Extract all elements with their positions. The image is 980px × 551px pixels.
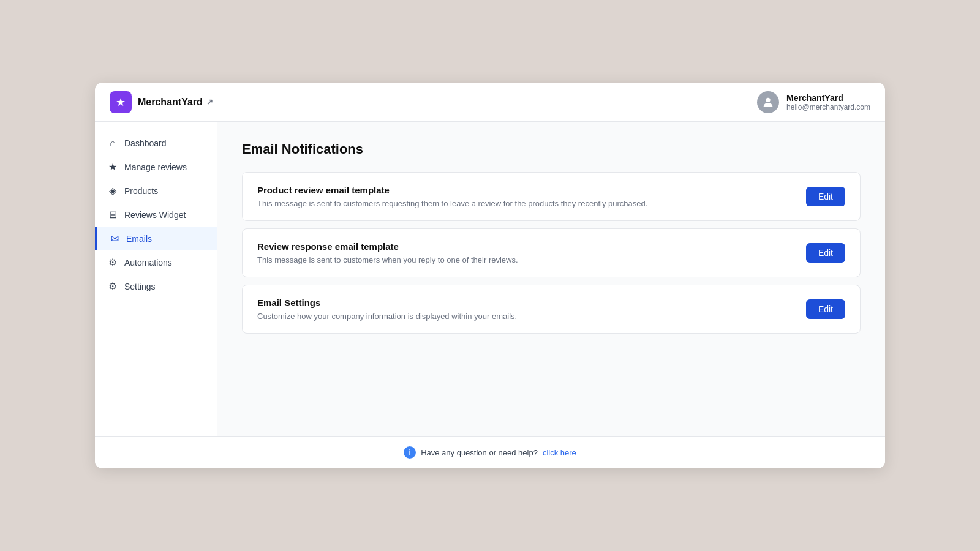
emails-icon: ✉ (109, 233, 120, 244)
sidebar-item-label-dashboard: Dashboard (124, 138, 167, 148)
sidebar-item-settings[interactable]: ⚙Settings (95, 274, 217, 298)
automations-icon: ⚙ (107, 257, 118, 268)
sidebar-item-label-automations: Automations (124, 258, 172, 268)
card-content-product-review-template: Product review email templateThis messag… (257, 185, 647, 208)
products-icon: ◈ (107, 185, 118, 197)
logo-icon: ★ (110, 91, 132, 113)
dashboard-icon: ⌂ (107, 138, 118, 149)
sidebar-item-products[interactable]: ◈Products (95, 179, 217, 203)
card-email-settings: Email SettingsCustomize how your company… (242, 285, 861, 334)
header-right: MerchantYard hello@merchantyard.com (757, 91, 870, 113)
card-title-review-response-template: Review response email template (257, 241, 518, 252)
settings-icon: ⚙ (107, 280, 118, 292)
sidebar-item-reviews-widget[interactable]: ⊟Reviews Widget (95, 203, 217, 227)
sidebar-item-emails[interactable]: ✉Emails (95, 227, 217, 250)
help-link[interactable]: click here (543, 448, 576, 457)
header: ★ MerchantYard ↗ MerchantYard hello@merc… (95, 83, 885, 122)
info-icon: i (404, 446, 416, 459)
card-desc-email-settings: Customize how your company information i… (257, 312, 517, 321)
sidebar-item-dashboard[interactable]: ⌂Dashboard (95, 132, 217, 155)
edit-button-review-response-template[interactable]: Edit (806, 243, 845, 263)
card-content-review-response-template: Review response email templateThis messa… (257, 241, 518, 264)
card-title-product-review-template: Product review email template (257, 185, 647, 195)
reviews-widget-icon: ⊟ (107, 209, 118, 220)
external-link-icon[interactable]: ↗ (206, 97, 213, 107)
card-title-email-settings: Email Settings (257, 298, 517, 308)
sidebar-item-label-settings: Settings (124, 282, 156, 291)
header-left: ★ MerchantYard ↗ (110, 91, 213, 113)
user-email: hello@merchantyard.com (786, 103, 870, 111)
page-title: Email Notifications (242, 141, 861, 157)
sidebar-item-label-products: Products (124, 186, 158, 196)
help-text: Have any question or need help? (421, 448, 538, 457)
body: ⌂Dashboard★Manage reviews◈Products⊟Revie… (95, 122, 885, 436)
sidebar-item-label-manage-reviews: Manage reviews (124, 162, 187, 172)
edit-button-product-review-template[interactable]: Edit (806, 187, 845, 206)
card-desc-product-review-template: This message is sent to customers reques… (257, 199, 647, 208)
sidebar-item-label-emails: Emails (126, 234, 152, 244)
card-product-review-template: Product review email templateThis messag… (242, 172, 861, 221)
footer-help: i Have any question or need help? click … (95, 436, 885, 468)
app-title: MerchantYard ↗ (138, 97, 213, 108)
card-content-email-settings: Email SettingsCustomize how your company… (257, 298, 517, 321)
app-window: ★ MerchantYard ↗ MerchantYard hello@merc… (95, 83, 885, 468)
sidebar-item-automations[interactable]: ⚙Automations (95, 250, 217, 274)
edit-button-email-settings[interactable]: Edit (806, 299, 845, 319)
card-desc-review-response-template: This message is sent to customers when y… (257, 255, 518, 264)
card-review-response-template: Review response email templateThis messa… (242, 228, 861, 277)
sidebar-item-label-reviews-widget: Reviews Widget (124, 210, 186, 220)
svg-point-0 (766, 97, 770, 102)
avatar (757, 91, 779, 113)
sidebar: ⌂Dashboard★Manage reviews◈Products⊟Revie… (95, 122, 217, 436)
sidebar-item-manage-reviews[interactable]: ★Manage reviews (95, 155, 217, 179)
manage-reviews-icon: ★ (107, 161, 118, 173)
user-name: MerchantYard (786, 93, 870, 103)
main-content: Email Notifications Product review email… (217, 122, 885, 436)
user-info: MerchantYard hello@merchantyard.com (786, 93, 870, 111)
